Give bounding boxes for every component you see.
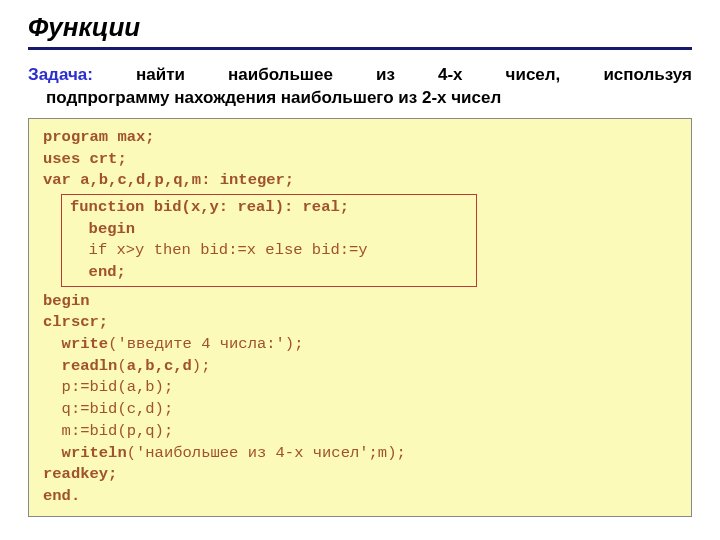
code-line: begin <box>70 219 468 241</box>
task-w4: 4-х <box>438 64 463 87</box>
code-line: p:=bid(a,b); <box>43 377 677 399</box>
code-line: writeln('наибольшее из 4-х чисел';m); <box>43 443 677 465</box>
nested-function-box: function bid(x,y: real): real; begin if … <box>61 194 477 287</box>
code-line: readkey; <box>43 464 677 486</box>
code-line: m:=bid(p,q); <box>43 421 677 443</box>
slide-title: Функции <box>28 12 692 43</box>
task-w2: наибольшее <box>228 64 333 87</box>
task-w6: используя <box>603 64 692 87</box>
task-label: Задача: <box>28 64 93 87</box>
code-line: function bid(x,y: real): real; <box>70 197 468 219</box>
code-line: begin <box>43 291 677 313</box>
task-statement: Задача: найти наибольшее из 4-х чисел, и… <box>28 64 692 110</box>
task-w1: найти <box>136 64 185 87</box>
code-block: program max; uses crt; var a,b,c,d,p,q,m… <box>28 118 692 517</box>
code-line: end; <box>70 262 468 284</box>
code-line: if x>y then bid:=x else bid:=y <box>70 240 468 262</box>
code-line: clrscr; <box>43 312 677 334</box>
code-line: var a,b,c,d,p,q,m: integer; <box>43 170 677 192</box>
code-line: program max; <box>43 127 677 149</box>
code-line: end. <box>43 486 677 508</box>
code-line: write('введите 4 числа:'); <box>43 334 677 356</box>
code-line: uses crt; <box>43 149 677 171</box>
task-w5: чисел, <box>506 64 561 87</box>
code-line: q:=bid(c,d); <box>43 399 677 421</box>
task-line2: подпрограмму нахождения наибольшего из 2… <box>28 87 692 110</box>
code-line: readln(a,b,c,d); <box>43 356 677 378</box>
title-rule <box>28 47 692 50</box>
task-w3: из <box>376 64 395 87</box>
